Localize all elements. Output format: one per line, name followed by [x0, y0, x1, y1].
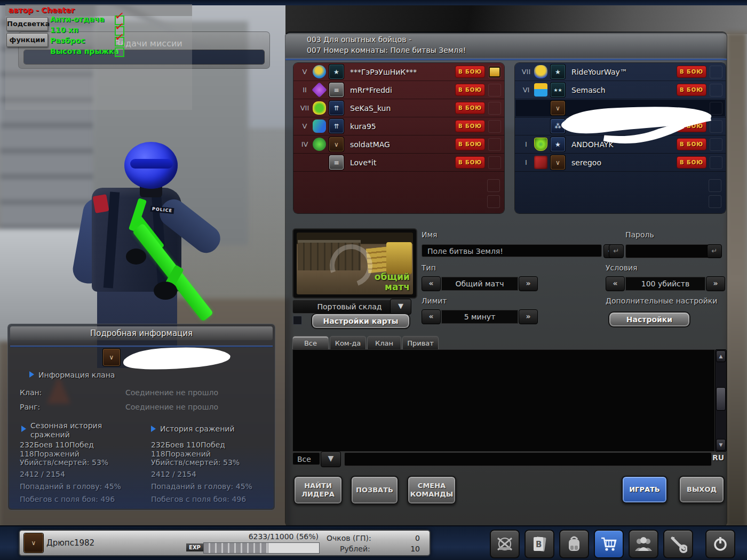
map-settings-button[interactable]: Настройки карты — [311, 313, 410, 329]
additional-settings-button[interactable]: Настройки — [608, 311, 690, 327]
shop-button[interactable] — [594, 530, 624, 558]
room-name-input[interactable]: Поле битвы Земля! — [422, 244, 602, 257]
conditions-left-arrow[interactable]: « — [606, 276, 625, 291]
player-row[interactable]: II ≡ mRr*Freddi В БОЮ — [293, 81, 504, 99]
empty-slot — [710, 120, 722, 133]
player-row[interactable]: VI ★★ Semasch В БОЮ — [515, 81, 726, 99]
conditions-right-arrow[interactable]: » — [706, 276, 725, 291]
conditions-label: Условия — [606, 263, 638, 272]
map-dropdown-chevron-icon[interactable]: ▼ — [390, 299, 411, 315]
chat-message-area[interactable] — [292, 349, 715, 452]
limit-left-arrow[interactable]: « — [422, 309, 441, 324]
cheat-checkbox-jumpheight[interactable] — [115, 47, 124, 57]
player-row[interactable]: I ★ ANDOHAYK В БОЮ — [515, 135, 726, 154]
map-checkbox[interactable] — [293, 316, 302, 325]
limit-right-arrow[interactable]: » — [519, 309, 538, 324]
map-preview[interactable]: общий матч — [292, 228, 417, 299]
cheat-tab-functions[interactable]: функции — [6, 33, 48, 47]
player-level: VI — [518, 86, 534, 94]
community-button[interactable] — [629, 530, 658, 558]
info-panel-title: Подробная информация — [10, 326, 273, 340]
soldier-glove — [126, 249, 146, 265]
empty-slot — [710, 156, 722, 169]
scroll-up-icon[interactable]: ▲ — [716, 350, 726, 362]
panel-corner-button[interactable] — [487, 179, 500, 192]
exit-button[interactable]: ВЫХОД — [679, 476, 725, 503]
settings-button[interactable] — [663, 530, 693, 558]
team-panel-red: V ★ ***ГэРэУшНиК*** В БОЮ II ≡ mRr*Fredd… — [293, 63, 504, 213]
player-row-censored[interactable]: ∨ — [515, 99, 726, 117]
player-row[interactable]: I ∨ seregoo В БОЮ — [515, 154, 726, 172]
rank-icon: ★ — [551, 65, 565, 79]
chat-input[interactable] — [344, 452, 712, 466]
divider-line — [10, 346, 273, 347]
map-select-dropdown[interactable]: Портовый склад — [292, 300, 407, 314]
player-status-bar: ∨ Дрюпс1982 6233/11000 (56%) EXP Очков (… — [19, 530, 431, 556]
player-row[interactable]: VII ⇈ SeKaS_kun В БОЮ — [293, 99, 504, 117]
player-level: VII — [518, 68, 534, 76]
backpack-icon — [566, 535, 583, 553]
chat-tab-team[interactable]: Ком-да — [330, 336, 366, 350]
player-level: II — [297, 86, 313, 94]
password-lock-icon[interactable]: ↵ — [609, 244, 624, 258]
chat-channel-chevron-icon[interactable]: ▼ — [321, 451, 341, 467]
type-right-arrow[interactable]: » — [519, 276, 538, 291]
in-battle-badge: В БОЮ — [455, 66, 485, 78]
chat-tab-clan[interactable]: Клан — [367, 336, 401, 350]
rank-icon: ★ — [551, 137, 565, 151]
season-history-header[interactable]: Сезонная история сражений — [21, 421, 136, 439]
in-battle-badge: В БОЮ — [455, 102, 485, 114]
player-name: RideYourWay™ — [571, 68, 677, 76]
play-button[interactable]: ИГРАТЬ — [622, 476, 667, 503]
scroll-down-icon[interactable]: ▼ — [716, 439, 726, 451]
cheat-tab-highlight[interactable]: Подсветка — [6, 17, 48, 31]
rank-icon: ∨ — [551, 155, 565, 170]
player-row[interactable]: V ⇈ kura95 В БОЮ — [293, 117, 504, 135]
player-name: ***ГэРэУшНиК*** — [350, 68, 455, 76]
clan-emblem-icon — [313, 138, 326, 151]
change-team-button[interactable]: СМЕНА КОМАНДЫ — [407, 476, 456, 505]
type-value: Общий матч — [441, 277, 518, 291]
battle-history-header[interactable]: История сражений — [151, 425, 235, 433]
chat-channel-select[interactable]: Все — [292, 452, 320, 465]
scrollbar-thumb[interactable] — [716, 387, 726, 411]
inventory-button[interactable] — [559, 530, 589, 558]
svg-text:B: B — [536, 540, 542, 549]
panel-corner-button[interactable] — [487, 195, 500, 208]
lobby-main-panel: 003 Для опытных бойцов - 007 Номер комна… — [285, 32, 727, 526]
player-row[interactable]: V ★ ***ГэРэУшНиК*** В БОЮ — [293, 63, 504, 81]
player-name: Дрюпс1982 — [46, 538, 94, 548]
player-row[interactable]: ⁂ ANTITOP1 В БОЮ — [515, 117, 726, 135]
in-battle-badge: В БОЮ — [677, 138, 706, 150]
cheat-checkbox-spread[interactable]: ✓ — [115, 37, 124, 46]
find-leader-button[interactable]: НАЙТИ ЛИДЕРА — [293, 476, 343, 505]
rubles-value: 10 — [399, 545, 420, 553]
player-row[interactable]: VII ★ RideYourWay™ В БОЮ — [515, 63, 726, 81]
missions-button[interactable]: B — [525, 530, 554, 558]
season-history-title: Сезонная история сражений — [30, 421, 136, 439]
panel-corner-button[interactable] — [709, 195, 721, 208]
clan-emblem-icon — [312, 82, 327, 98]
player-row[interactable]: ≡ Love*it В БОЮ — [293, 154, 504, 172]
clan-value: Соединение не прошло — [125, 388, 218, 397]
player-row[interactable]: IV ∨ soldatMAG В БОЮ — [293, 135, 504, 154]
type-left-arrow[interactable]: « — [422, 276, 441, 291]
chat-scrollbar[interactable]: ▲ ▼ — [715, 349, 727, 452]
cheat-title: автор - Cheater — [5, 4, 192, 16]
rank-value: Соединение не прошло — [125, 403, 218, 411]
room-title-line2: 007 Номер комнаты: Поле битвы Земля! — [307, 46, 466, 54]
chat-tab-private[interactable]: Приват — [402, 336, 439, 350]
clan-emblem-icon — [534, 138, 547, 151]
exp-progress-fill — [204, 543, 268, 553]
room-title-bar: 003 Для опытных бойцов - 007 Номер комна… — [285, 33, 727, 58]
password-enter-icon[interactable]: ↵ — [707, 244, 722, 258]
soldier-glove — [154, 282, 177, 300]
red-check-mark: ✓ — [114, 30, 125, 44]
invite-button[interactable]: ПОЗВАТЬ — [351, 476, 399, 505]
clan-emblem-button[interactable] — [490, 530, 520, 558]
panel-corner-button[interactable] — [709, 179, 721, 192]
clan-info-row[interactable]: Информация клана — [29, 370, 115, 380]
power-exit-button[interactable] — [705, 530, 735, 558]
player-name: kura95 — [350, 122, 455, 131]
chat-tab-all[interactable]: Все — [292, 336, 329, 350]
